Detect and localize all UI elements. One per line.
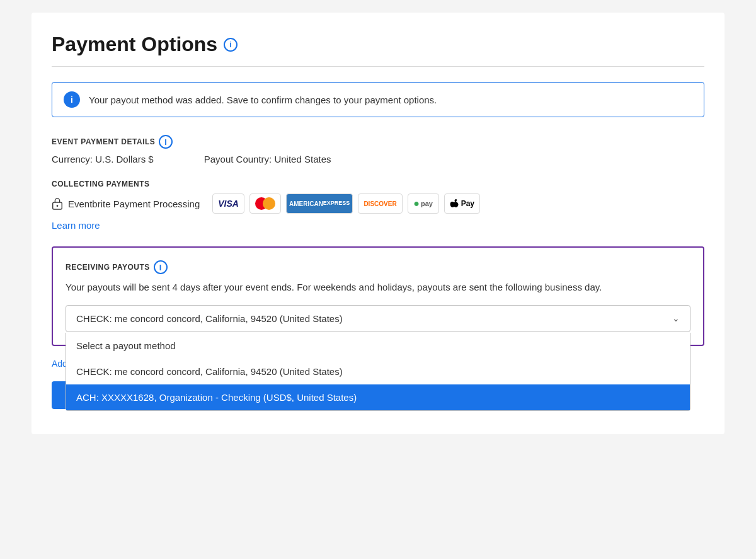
payment-details-row: Currency: U.S. Dollars $ Payout Country:… (52, 154, 704, 164)
dropdown-selected-value: CHECK: me concord concord, California, 9… (76, 313, 343, 324)
receiving-payouts-info-icon[interactable]: i (154, 260, 168, 274)
notification-banner: i Your payout method was added. Save to … (52, 82, 704, 117)
event-payment-details-info-icon[interactable]: i (159, 135, 173, 149)
payout-country-label: Payout Country: United States (204, 154, 331, 164)
payment-cards: VISA AMERICAN EXPRESS DISCOVER ●p (212, 193, 480, 214)
page-title-info-icon[interactable]: i (224, 38, 238, 52)
provider-label-row: Eventbrite Payment Processing (52, 197, 200, 210)
dropdown-option-placeholder[interactable]: Select a payout method (66, 333, 690, 359)
dropdown-option-check[interactable]: CHECK: me concord concord, California, 9… (66, 359, 690, 384)
applepay-card-icon: Pay (444, 193, 480, 214)
discover-card-icon: DISCOVER (358, 193, 402, 214)
payout-method-dropdown-list: Select a payout method CHECK: me concord… (66, 333, 690, 411)
provider-label: Eventbrite Payment Processing (68, 199, 200, 209)
learn-more-link[interactable]: Learn more (52, 220, 100, 231)
payout-method-dropdown-wrapper: CHECK: me concord concord, California, 9… (66, 305, 690, 332)
svg-point-1 (57, 205, 59, 207)
title-divider (52, 66, 704, 67)
page-title: Payment Options (52, 33, 217, 56)
payout-method-dropdown[interactable]: CHECK: me concord concord, California, 9… (66, 305, 690, 332)
payout-description: Your payouts will be sent 4 days after y… (66, 280, 690, 295)
notification-text: Your payout method was added. Save to co… (89, 95, 437, 105)
page-title-row: Payment Options i (52, 33, 704, 56)
chevron-down-icon: ⌄ (672, 313, 680, 323)
mastercard-card-icon (249, 193, 281, 214)
amex-card-icon: AMERICAN EXPRESS (286, 193, 353, 214)
page-container: Payment Options i i Your payout method w… (32, 13, 724, 434)
currency-label: Currency: U.S. Dollars $ (52, 154, 154, 164)
receiving-payouts-label: RECEIVING PAYOUTS i (66, 260, 690, 274)
collecting-payments-section: COLLECTING PAYMENTS Eventbrite Payment P… (52, 180, 704, 231)
event-payment-details-section: EVENT PAYMENT DETAILS i Currency: U.S. D… (52, 135, 704, 164)
event-payment-details-label: EVENT PAYMENT DETAILS i (52, 135, 704, 149)
gpay-card-icon: ●pay (408, 193, 439, 214)
collecting-payments-label: COLLECTING PAYMENTS (52, 180, 704, 188)
notification-info-icon: i (64, 91, 80, 108)
receiving-payouts-section: RECEIVING PAYOUTS i Your payouts will be… (52, 246, 704, 346)
visa-card-icon: VISA (212, 193, 244, 214)
lock-icon (52, 197, 63, 210)
collecting-payments-row: Eventbrite Payment Processing VISA AMERI… (52, 193, 704, 214)
dropdown-option-ach[interactable]: ACH: XXXXX1628, Organization - Checking … (66, 384, 690, 410)
